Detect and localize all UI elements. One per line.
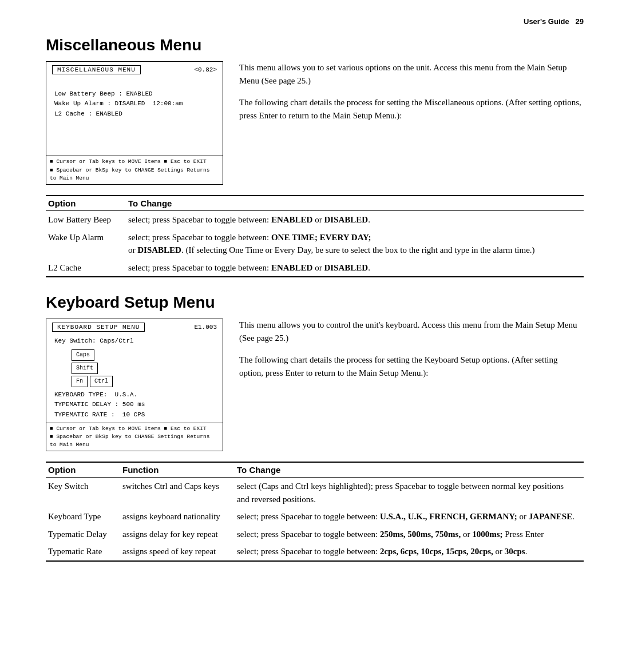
misc-screen-footer: ■ Cursor or Tab keys to MOVE Items ■ Esc… [46,156,223,184]
keyboard-two-col: KEYBOARD SETUP MENU E1.003 Key Switch: C… [46,319,584,451]
misc-change-battery: select; press Spacebar to toggle between… [126,211,584,229]
table-row: Low Battery Beep select; press Spacebar … [46,211,584,229]
misc-line-battery: Low Battery Beep : ENABLED [54,89,215,100]
misc-desc-col: This menu allows you to set various opti… [239,61,584,185]
kbd-fn-keyswitch: switches Ctrl and Caps keys [120,478,235,508]
kbd-change-delay: select; press Spacebar to toggle between… [235,526,584,543]
kbd-opt-delay: Typematic Delay [46,526,120,543]
keyboard-line-rate: TYPEMATIC RATE : 10 CPS [54,410,215,420]
misc-desc-2: The following chart details the process … [239,96,584,123]
kbd-fn-delay: assigns delay for key repeat [120,526,235,543]
misc-menu-title: MISCELLANEOUS MENU [52,65,141,74]
misc-table: Option To Change Low Battery Beep select… [46,195,584,277]
caps-label: Caps [72,349,94,361]
kbd-fn-type: assigns keyboard nationality [120,508,235,526]
table-row: Typematic Rate assigns speed of key repe… [46,543,584,561]
keyboard-section: Keyboard Setup Menu KEYBOARD SETUP MENU … [46,293,584,562]
table-row: L2 Cache select; press Spacebar to toggl… [46,259,584,277]
keyboard-footer-2: ■ Spacebar or BkSp key to CHANGE Setting… [50,433,219,450]
kbd-opt-type: Keyboard Type [46,508,120,526]
table-row: Typematic Delay assigns delay for key re… [46,526,584,543]
keyboard-line-keyswitch: Key Switch: Caps/Ctrl [54,336,215,347]
misc-screen-content: Low Battery Beep : ENABLED Wake Up Alarm… [52,79,217,119]
misc-th-option: Option [46,196,126,211]
keyboard-screen-footer: ■ Cursor or Tab keys to MOVE Items ■ Esc… [46,423,223,451]
table-row: Wake Up Alarm select; press Spacebar to … [46,229,584,259]
table-row: Key Switch switches Ctrl and Caps keys s… [46,478,584,508]
keyboard-line-type: KEYBOARD TYPE: U.S.A. [54,390,215,400]
guide-label: User's Guide [524,17,569,26]
keyboard-desc-1: This menu allows you to control the unit… [239,319,584,345]
table-row: Keyboard Type assigns keyboard nationali… [46,508,584,526]
kbd-opt-rate: Typematic Rate [46,543,120,561]
caps-grid: Caps Shift Fn Ctrl [72,349,215,387]
keyboard-menu-id: E1.003 [194,324,217,331]
misc-change-cache: select; press Spacebar to toggle between… [126,259,584,277]
misc-two-col: MISCELLANEOUS MENU <0.82> Low Battery Be… [46,61,584,185]
misc-footer-2: ■ Spacebar or BkSp key to CHANGE Setting… [50,166,219,183]
kbd-th-function: Function [120,462,235,478]
kbd-th-option: Option [46,462,120,478]
page-header: User's Guide 29 [46,17,584,26]
misc-line-cache: L2 Cache : ENABLED [54,109,215,120]
keyboard-desc-2: The following chart details the process … [239,353,584,380]
misc-section: Miscellaneous Menu MISCELLANEOUS MENU <0… [46,36,584,277]
misc-opt-battery: Low Battery Beep [46,211,126,229]
misc-th-change: To Change [126,196,584,211]
misc-line-1 [54,79,215,89]
misc-screen-box: MISCELLANEOUS MENU <0.82> Low Battery Be… [46,61,223,185]
keyboard-title: Keyboard Setup Menu [46,293,584,312]
shift-label: Shift [72,363,98,374]
kbd-fn-rate: assigns speed of key repeat [120,543,235,561]
kbd-opt-keyswitch: Key Switch [46,478,120,508]
keyboard-menu-title: KEYBOARD SETUP MENU [52,323,145,332]
kbd-change-rate: select; press Spacebar to toggle between… [235,543,584,561]
fn-label: Fn [72,376,88,387]
keyboard-table: Option Function To Change Key Switch swi… [46,462,584,562]
misc-opt-cache: L2 Cache [46,259,126,277]
misc-desc-1: This menu allows you to set various opti… [239,61,584,88]
misc-opt-alarm: Wake Up Alarm [46,229,126,259]
keyboard-line-delay: TYPEMATIC DELAY : 500 ms [54,400,215,410]
misc-title: Miscellaneous Menu [46,36,584,54]
misc-change-alarm: select; press Spacebar to toggle between… [126,229,584,259]
page-number: 29 [576,17,584,26]
kbd-change-keyswitch: select (Caps and Ctrl keys highlighted);… [235,478,584,508]
misc-menu-id: <0.82> [194,66,217,73]
misc-line-alarm: Wake Up Alarm : DISABLED 12:00:am [54,99,215,109]
keyboard-footer-1: ■ Cursor or Tab keys to MOVE Items ■ Esc… [50,425,219,433]
kbd-th-change: To Change [235,462,584,478]
keyboard-screen-box: KEYBOARD SETUP MENU E1.003 Key Switch: C… [46,319,223,451]
keyboard-desc-col: This menu allows you to control the unit… [239,319,584,451]
misc-footer-1: ■ Cursor or Tab keys to MOVE Items ■ Esc… [50,158,219,166]
ctrl-label: Ctrl [90,376,113,387]
kbd-change-type: select; press Spacebar to toggle between… [235,508,584,526]
keyboard-screen-content: Key Switch: Caps/Ctrl Caps Shift Fn Ctrl [52,336,217,420]
